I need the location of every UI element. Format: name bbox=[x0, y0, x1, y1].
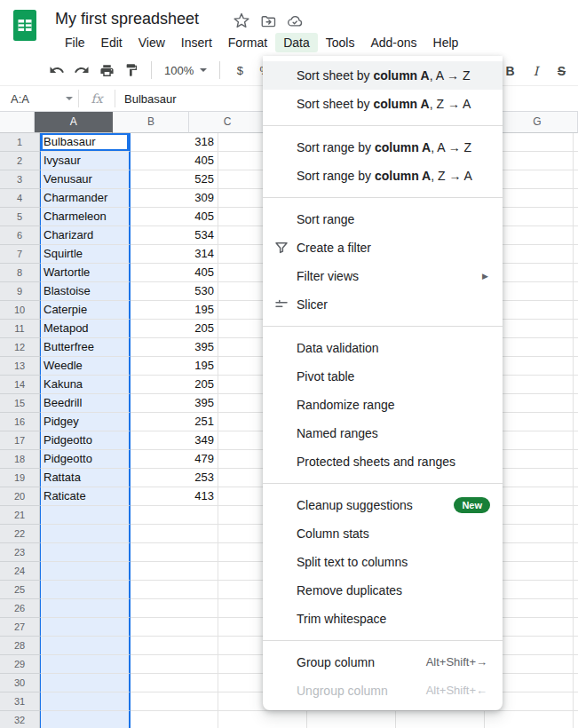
cell-B20[interactable]: 413 bbox=[131, 487, 218, 506]
cell-B9[interactable]: 530 bbox=[131, 282, 218, 301]
undo-button[interactable] bbox=[44, 59, 69, 82]
cell-G14[interactable] bbox=[574, 376, 578, 394]
cell-F32[interactable] bbox=[485, 711, 574, 728]
row-header-31[interactable]: 31 bbox=[0, 692, 40, 711]
select-all-corner[interactable] bbox=[0, 112, 35, 133]
cell-B4[interactable]: 309 bbox=[131, 189, 218, 208]
cell-G17[interactable] bbox=[574, 431, 578, 450]
cell-A30[interactable] bbox=[40, 674, 131, 692]
cell-E32[interactable] bbox=[396, 711, 485, 728]
cloud-saved-icon[interactable] bbox=[287, 13, 305, 31]
paint-format-button[interactable] bbox=[119, 59, 144, 82]
print-button[interactable] bbox=[94, 59, 119, 82]
cell-A10[interactable]: Caterpie bbox=[40, 301, 131, 320]
redo-button[interactable] bbox=[69, 59, 94, 82]
row-header-19[interactable]: 19 bbox=[0, 469, 40, 487]
cell-B32[interactable] bbox=[131, 711, 218, 728]
cell-A2[interactable]: Ivysaur bbox=[40, 152, 131, 170]
sheets-logo-icon[interactable] bbox=[13, 10, 36, 44]
cell-A32[interactable] bbox=[40, 711, 131, 728]
cell-B26[interactable] bbox=[131, 599, 218, 618]
cell-D32[interactable] bbox=[307, 711, 396, 728]
menu-item-randomize-range[interactable]: Randomize range bbox=[263, 391, 503, 419]
row-header-28[interactable]: 28 bbox=[0, 637, 40, 655]
menu-item-split-text-to-columns[interactable]: Split text to columns bbox=[263, 548, 503, 576]
menu-item-sort-sheet-a-to-z[interactable]: Sort sheet by column A, A → Z bbox=[263, 61, 503, 90]
cell-C32[interactable] bbox=[218, 711, 307, 728]
cell-A18[interactable]: Pidgeotto bbox=[40, 450, 131, 469]
cell-G13[interactable] bbox=[574, 357, 578, 376]
row-header-6[interactable]: 6 bbox=[0, 226, 40, 245]
row-header-4[interactable]: 4 bbox=[0, 189, 40, 208]
formula-input[interactable]: Bulbasaur bbox=[115, 92, 177, 106]
row-header-18[interactable]: 18 bbox=[0, 450, 40, 469]
cell-A25[interactable] bbox=[40, 581, 131, 599]
column-header-A[interactable]: A bbox=[35, 112, 113, 133]
menu-item-trim-whitespace[interactable]: Trim whitespace bbox=[263, 605, 503, 633]
menubar-item-insert[interactable]: Insert bbox=[173, 33, 220, 52]
row-header-25[interactable]: 25 bbox=[0, 581, 40, 599]
cell-B30[interactable] bbox=[131, 674, 218, 692]
cell-B24[interactable] bbox=[131, 562, 218, 581]
cell-G6[interactable] bbox=[574, 226, 578, 245]
cell-G4[interactable] bbox=[574, 189, 578, 208]
cell-G1[interactable] bbox=[574, 133, 578, 152]
cell-B11[interactable]: 205 bbox=[131, 320, 218, 338]
row-header-22[interactable]: 22 bbox=[0, 525, 40, 543]
menu-item-column-stats[interactable]: Column stats bbox=[263, 519, 503, 548]
menu-item-group-column[interactable]: Group columnAlt+Shift+→ bbox=[263, 648, 503, 677]
cell-G11[interactable] bbox=[574, 320, 578, 338]
menu-item-filter-views[interactable]: Filter views▶ bbox=[263, 262, 503, 290]
cell-A20[interactable]: Raticate bbox=[40, 487, 131, 506]
cell-G10[interactable] bbox=[574, 301, 578, 320]
cell-G9[interactable] bbox=[574, 282, 578, 301]
cell-A9[interactable]: Blastoise bbox=[40, 282, 131, 301]
cell-A21[interactable] bbox=[40, 506, 131, 525]
row-header-23[interactable]: 23 bbox=[0, 543, 40, 562]
cell-G5[interactable] bbox=[574, 208, 578, 226]
menu-item-sort-range[interactable]: Sort range bbox=[263, 205, 503, 233]
cell-A24[interactable] bbox=[40, 562, 131, 581]
menu-item-sort-range-z-to-a[interactable]: Sort range by column A, Z → A bbox=[263, 162, 503, 190]
cell-A12[interactable]: Butterfree bbox=[40, 338, 131, 357]
cell-A22[interactable] bbox=[40, 525, 131, 543]
menubar-item-tools[interactable]: Tools bbox=[318, 33, 363, 52]
cell-G28[interactable] bbox=[574, 637, 578, 655]
cell-A14[interactable]: Kakuna bbox=[40, 376, 131, 394]
cell-B29[interactable] bbox=[131, 655, 218, 674]
cell-A8[interactable]: Wartortle bbox=[40, 264, 131, 282]
cell-G24[interactable] bbox=[574, 562, 578, 581]
menubar-item-format[interactable]: Format bbox=[220, 33, 275, 52]
column-header-B[interactable]: B bbox=[113, 112, 189, 133]
row-header-10[interactable]: 10 bbox=[0, 301, 40, 320]
cell-B15[interactable]: 395 bbox=[131, 394, 218, 413]
cell-G25[interactable] bbox=[574, 581, 578, 599]
row-header-7[interactable]: 7 bbox=[0, 245, 40, 264]
cell-A15[interactable]: Beedrill bbox=[40, 394, 131, 413]
cell-A5[interactable]: Charmeleon bbox=[40, 208, 131, 226]
cell-A26[interactable] bbox=[40, 599, 131, 618]
cell-B5[interactable]: 405 bbox=[131, 208, 218, 226]
cell-B1[interactable]: 318 bbox=[131, 133, 218, 152]
row-header-21[interactable]: 21 bbox=[0, 506, 40, 525]
cell-A17[interactable]: Pidgeotto bbox=[40, 431, 131, 450]
cell-A27[interactable] bbox=[40, 618, 131, 637]
menubar-item-view[interactable]: View bbox=[131, 33, 173, 52]
cell-B14[interactable]: 205 bbox=[131, 376, 218, 394]
cell-G21[interactable] bbox=[574, 506, 578, 525]
cell-B22[interactable] bbox=[131, 525, 218, 543]
format-currency-button[interactable]: $ bbox=[227, 59, 252, 82]
cell-G19[interactable] bbox=[574, 469, 578, 487]
cell-G16[interactable] bbox=[574, 413, 578, 431]
cell-B8[interactable]: 405 bbox=[131, 264, 218, 282]
column-header-G[interactable]: G bbox=[497, 112, 578, 133]
menu-item-data-validation[interactable]: Data validation bbox=[263, 334, 503, 362]
cell-A23[interactable] bbox=[40, 543, 131, 562]
row-header-5[interactable]: 5 bbox=[0, 208, 40, 226]
cell-A6[interactable]: Charizard bbox=[40, 226, 131, 245]
cell-G26[interactable] bbox=[574, 599, 578, 618]
cell-G27[interactable] bbox=[574, 618, 578, 637]
cell-A19[interactable]: Rattata bbox=[40, 469, 131, 487]
menu-item-remove-duplicates[interactable]: Remove duplicates bbox=[263, 576, 503, 605]
row-header-17[interactable]: 17 bbox=[0, 431, 40, 450]
